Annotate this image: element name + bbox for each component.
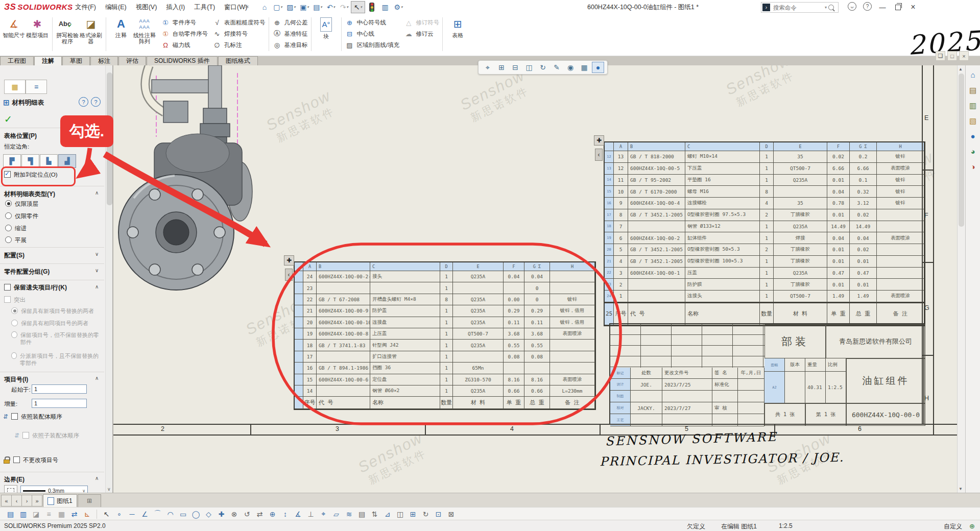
- search-dropdown-icon[interactable]: ▾: [825, 5, 827, 10]
- scroll-up-icon[interactable]: ▲: [959, 67, 963, 71]
- redo-button[interactable]: ↷▾: [338, 2, 351, 13]
- datum-target-button[interactable]: ◎基准目标: [272, 40, 308, 50]
- table-row[interactable]: ABCDEFG ΣH: [295, 262, 595, 271]
- search-input[interactable]: [772, 4, 825, 11]
- menu-tools[interactable]: 工具(T): [189, 3, 220, 12]
- center-mark-button[interactable]: ⊕中心符号线: [345, 17, 400, 28]
- table-row[interactable]: 214GB / T 3452.1-2005O型橡胶密封圈 100×5.31丁腈橡…: [605, 256, 924, 268]
- sheet-scale-label[interactable]: 1:2.5: [779, 522, 793, 529]
- parallelogram-icon[interactable]: ▱: [330, 509, 343, 519]
- table-collapse-chevron[interactable]: ‹: [595, 149, 603, 161]
- grid-tool-icon[interactable]: ⊞: [407, 509, 419, 519]
- revision-symbol-button[interactable]: △修订符号: [403, 17, 439, 28]
- tab-annotation[interactable]: 注解: [34, 56, 62, 65]
- polygon-tool-icon[interactable]: ◇: [202, 509, 215, 519]
- tab-drawing[interactable]: 工程图: [0, 56, 34, 65]
- add-sheet-tab[interactable]: ⊞: [78, 494, 101, 508]
- smart-dimension-button[interactable]: ∡智能尺寸: [2, 16, 26, 52]
- table-row[interactable]: 25序号代 号名称数量材 料单 重总 重备 注: [605, 302, 924, 325]
- line-tool-icon[interactable]: ─: [126, 509, 138, 519]
- auto-balloon-button[interactable]: ①自动零件序号: [160, 29, 208, 39]
- tab-sheet-format[interactable]: 图纸格式: [218, 56, 258, 65]
- strikeout-option[interactable]: 突出: [4, 296, 26, 303]
- centerpoint-icon[interactable]: ✚: [215, 509, 228, 519]
- table-tool-icon[interactable]: ▤: [355, 509, 368, 519]
- table-row[interactable]: 1510GB / T 6170-2000螺母 M1680.040.32镀锌: [605, 186, 924, 198]
- spell-checker-button[interactable]: Abc拼写检验程序: [56, 16, 79, 52]
- format-painter-button[interactable]: ◪格式涂刷器: [79, 16, 103, 52]
- table-row[interactable]: 15600HZ44X-10Q-00-6定位盘1ZG310-5708.168.16…: [295, 374, 595, 385]
- model-items-button[interactable]: ✱模型项目: [26, 16, 49, 52]
- file-properties-button[interactable]: ▥: [378, 2, 392, 13]
- radio-icon[interactable]: [11, 352, 17, 359]
- expand-icon[interactable]: ∨: [95, 268, 99, 273]
- reorder-icon[interactable]: ⇄: [68, 509, 81, 519]
- table-row[interactable]: 205GB / T 3452.1-2005O型橡胶密封圈 50×5.32丁腈橡胶…: [605, 244, 924, 256]
- table-row[interactable]: 1312600HZ44X-10Q-00-5下压盖1QT500-76.666.66…: [605, 163, 924, 175]
- radio-icon[interactable]: [11, 307, 18, 314]
- table-move-handle[interactable]: ✚: [594, 135, 604, 146]
- print-button[interactable]: ▤▾: [311, 2, 324, 13]
- table-row[interactable]: ABCDEFG ΣH: [605, 142, 924, 151]
- doc-close-icon[interactable]: ×: [959, 51, 969, 61]
- menu-insert[interactable]: 插入(I): [161, 3, 189, 12]
- table-row[interactable]: 序号代 号名称数量材 料单 重总 重备 注: [295, 397, 595, 409]
- table-row[interactable]: 232防护膜1丁腈橡胶0.010.01: [605, 279, 924, 291]
- table-row[interactable]: 19600HZ44X-10Q-00-8上压盖1QT500-73.683.68表面…: [295, 328, 595, 340]
- scroll-down-icon[interactable]: ∨: [107, 487, 111, 492]
- table-row[interactable]: 16GB / T 894.1-1986挡圈 36165Mn: [295, 363, 595, 374]
- title-block[interactable]: 标记处数更改文件号签 名年,月,日 设计JOE.2023/7/25标准化 制图 …: [609, 323, 924, 425]
- appearances-icon[interactable]: ●: [968, 131, 978, 141]
- keep-option-1[interactable]: 保留具有新项目号替换的两者: [11, 307, 101, 315]
- balloon-button[interactable]: ①零件序号: [160, 17, 208, 28]
- border-frame-button[interactable]: [4, 485, 17, 493]
- keep-option-2[interactable]: 保留具有相同项目号的两者: [11, 320, 101, 327]
- note-button[interactable]: A注释: [109, 16, 133, 52]
- rebuild-button[interactable]: [365, 2, 378, 13]
- start-at-input[interactable]: [32, 384, 87, 394]
- radio-icon[interactable]: [5, 200, 12, 207]
- design-binder-icon[interactable]: ▥: [17, 509, 30, 519]
- keep-missing-items-option[interactable]: 保留遗失项目/行(K): [4, 284, 67, 291]
- help-icon[interactable]: ?: [863, 2, 872, 11]
- table-row[interactable]: 178GB / T 3452.1-2005O型橡胶密封圈 97.5×5.32丁腈…: [605, 209, 924, 221]
- anchor-bottom-right-button[interactable]: ▟: [58, 154, 76, 168]
- anchor-top-left-button[interactable]: ▛: [3, 154, 21, 168]
- prev-sheet-button[interactable]: ‹: [11, 495, 22, 506]
- select-button[interactable]: ↖▾: [351, 1, 365, 13]
- bom-type-indented[interactable]: 缩进: [5, 225, 27, 232]
- configurations-header[interactable]: 配置(S): [4, 251, 25, 260]
- angle-dim-icon[interactable]: ∠: [138, 509, 151, 519]
- table-row[interactable]: 22GB / T 67-2008开槽盘头螺钉 M4×88Q235A0.000镀锌: [295, 294, 595, 305]
- restore-button[interactable]: [891, 2, 905, 13]
- design-library-icon[interactable]: ▥: [968, 100, 978, 111]
- part-config-grouping-header[interactable]: 零件配置分组(G): [4, 268, 50, 276]
- solidworks-resources-icon[interactable]: ▤: [968, 85, 978, 95]
- radio-icon[interactable]: [11, 331, 17, 338]
- file-explorer-icon[interactable]: ▧: [968, 115, 978, 126]
- revision-cloud-button[interactable]: ☁修订云: [403, 29, 439, 39]
- globe-icon[interactable]: ⊕: [969, 522, 975, 530]
- table-row[interactable]: 24600HZ44X-10Q-00-2-1接头1Q235A0.040.04: [295, 271, 595, 282]
- triangle-tool-icon[interactable]: ⊿: [381, 509, 394, 519]
- rotate-tool-icon[interactable]: ↺: [241, 509, 253, 519]
- area-hatch-button[interactable]: ▨区域剖面线/填充: [345, 40, 400, 50]
- select-tool-icon[interactable]: ↖: [100, 509, 113, 519]
- balloon-tool-icon[interactable]: ⊡: [432, 509, 445, 519]
- pin-menu-icon[interactable]: ✶: [244, 3, 250, 11]
- rotate-view-icon[interactable]: ↻: [537, 62, 549, 73]
- offset-tool-icon[interactable]: ⊕: [266, 509, 279, 519]
- section-tool-icon[interactable]: ◫: [394, 509, 407, 519]
- keep-option-3[interactable]: 保留项目号，但不保留替换的零部件: [11, 331, 99, 346]
- doc-maximize-icon[interactable]: □: [947, 51, 957, 61]
- pm-ok-button[interactable]: ✓: [4, 113, 12, 125]
- zoom-previous-icon[interactable]: ⊟: [509, 62, 521, 73]
- hatch-format-icon[interactable]: ▦: [55, 509, 68, 519]
- tables-button[interactable]: ⊞表格: [446, 16, 469, 52]
- table-row[interactable]: 169600HZ44X-10Q-00-4连接螺栓4350.783.12镀锌: [605, 198, 924, 209]
- table-row[interactable]: 2310: [295, 282, 595, 294]
- follow-assembly-checkbox[interactable]: [11, 413, 18, 420]
- table-row[interactable]: 17扩口连接管10.080.08: [295, 351, 595, 363]
- table-row[interactable]: 18GB / T 3741.1-83针型阀 J421Q235A0.550.55: [295, 340, 595, 351]
- configuration-tab[interactable]: ≡: [26, 80, 47, 94]
